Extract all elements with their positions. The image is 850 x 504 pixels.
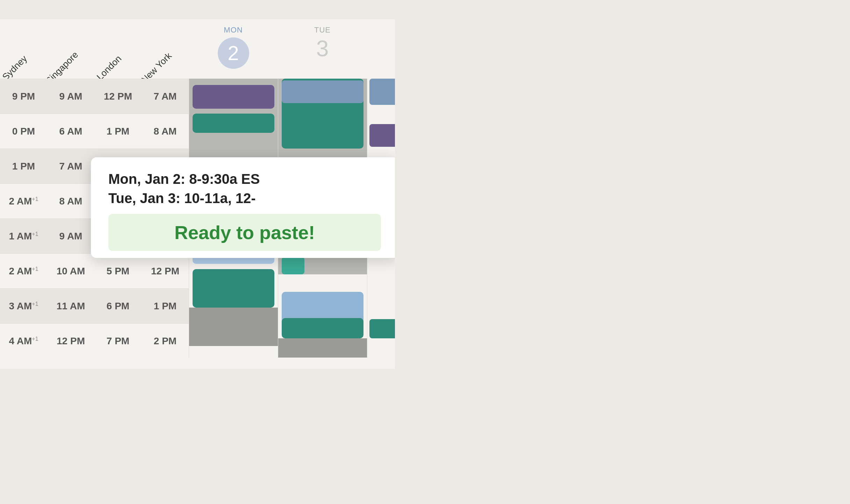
- tz-ny-7: 2 PM: [142, 323, 189, 358]
- tz-header-london: London: [94, 19, 142, 79]
- tz-label-sydney: Sydney: [0, 53, 29, 79]
- tue-event-slate-blue[interactable]: [282, 80, 363, 103]
- tz-label-singapore: Singapore: [47, 49, 80, 79]
- tz-label-london: London: [95, 53, 124, 79]
- day-number-tue: 3: [316, 37, 329, 60]
- tz-sing-4: 9 AM: [47, 218, 94, 253]
- tz-lon-7: 7 PM: [94, 323, 142, 358]
- tz-header-singapore: Singapore: [47, 19, 94, 79]
- tz-lon-0: 12 PM: [94, 79, 142, 114]
- tue-event-teal-small[interactable]: [282, 257, 304, 274]
- header-row: Sydney Singapore London New York MON 2 T…: [0, 19, 395, 79]
- timezone-headers: Sydney Singapore London New York: [0, 19, 189, 79]
- tz-sing-0: 9 AM: [47, 79, 94, 114]
- tue-event-teal-3[interactable]: [282, 318, 363, 338]
- tz-lon-6: 6 PM: [94, 288, 142, 323]
- day-header-partial: [367, 19, 395, 79]
- tz-sing-2: 7 AM: [47, 149, 94, 183]
- tz-sing-7: 12 PM: [47, 323, 94, 358]
- partial-event-1: [369, 79, 395, 105]
- tz-sydney-5: 2 AM+1: [0, 253, 47, 288]
- tz-col-singapore: 9 AM 6 AM 7 AM 8 AM 9 AM 10 AM 11 AM 12 …: [47, 79, 94, 358]
- mon-gray-4: [189, 308, 278, 346]
- tz-sydney-7: 4 AM+1: [0, 323, 47, 358]
- tz-sydney-2: 1 PM: [0, 149, 47, 183]
- tz-col-sydney: 9 PM 0 PM 1 PM 2 AM+1 1 AM+1 2 AM+1 3 AM…: [0, 79, 47, 358]
- tz-sing-1: 6 AM: [47, 114, 94, 149]
- tz-ny-5: 12 PM: [142, 253, 189, 288]
- app-wrapper: Sydney Singapore London New York MON 2 T…: [0, 0, 850, 504]
- mon-event-teal-1[interactable]: [193, 114, 274, 133]
- tz-sydney-1: 0 PM: [0, 114, 47, 149]
- tz-ny-0: 7 AM: [142, 79, 189, 114]
- tz-lon-5: 5 PM: [94, 253, 142, 288]
- partial-event-2: [369, 124, 395, 147]
- tz-header-sydney: Sydney: [0, 19, 47, 79]
- calendar: Sydney Singapore London New York MON 2 T…: [0, 19, 395, 369]
- tz-sing-5: 10 AM: [47, 253, 94, 288]
- tz-lon-1: 1 PM: [94, 114, 142, 149]
- tz-sydney-0: 9 PM: [0, 79, 47, 114]
- tz-sydney-4: 1 AM+1: [0, 218, 47, 253]
- day-header-tue[interactable]: TUE 3: [278, 19, 367, 79]
- tz-header-newyork: New York: [142, 19, 189, 79]
- mon-event-teal-2[interactable]: [193, 269, 274, 308]
- tz-sydney-3: 2 AM+1: [0, 183, 47, 218]
- tz-sydney-6: 3 AM+1: [0, 288, 47, 323]
- day-name-tue: TUE: [314, 26, 331, 35]
- ready-paste-area: Ready to paste!: [108, 214, 381, 251]
- tz-ny-6: 1 PM: [142, 288, 189, 323]
- day-header-mon[interactable]: MON 2: [189, 19, 278, 79]
- day-number-mon: 2: [218, 37, 249, 69]
- event-popup[interactable]: Mon, Jan 2: 8-9:30a ES Tue, Jan 3: 10-11…: [91, 157, 395, 258]
- tue-gray-bot: [278, 338, 367, 358]
- partial-event-4: [369, 319, 395, 338]
- ready-paste-text: Ready to paste!: [119, 222, 370, 243]
- tz-sing-6: 11 AM: [47, 288, 94, 323]
- tz-sing-3: 8 AM: [47, 183, 94, 218]
- popup-line-2: Tue, Jan 3: 10-11a, 12-: [108, 190, 381, 206]
- tz-ny-1: 8 AM: [142, 114, 189, 149]
- day-name-mon: MON: [224, 26, 243, 35]
- popup-line-1: Mon, Jan 2: 8-9:30a ES: [108, 171, 381, 187]
- mon-event-purple[interactable]: [193, 85, 274, 109]
- tz-label-newyork: New York: [142, 50, 174, 79]
